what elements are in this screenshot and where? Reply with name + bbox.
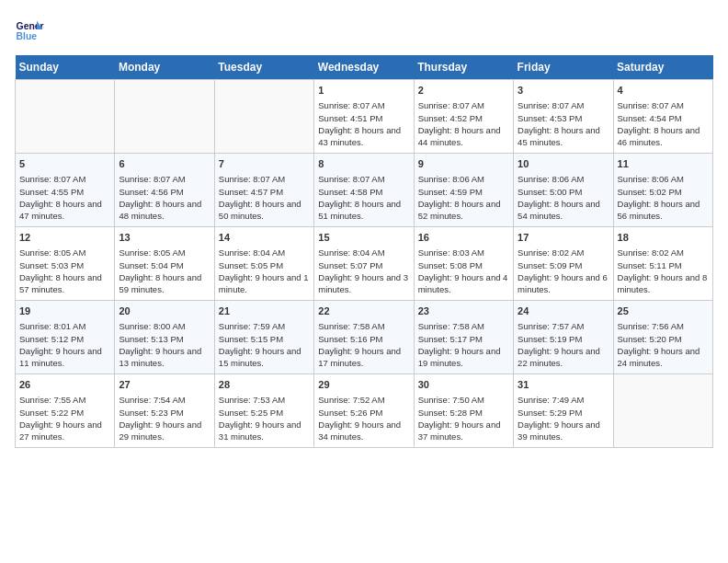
calendar-cell: 18Sunrise: 8:02 AMSunset: 5:11 PMDayligh… [613,227,712,301]
sunrise-text: Sunrise: 8:04 AM [219,247,285,258]
sunrise-text: Sunrise: 8:07 AM [618,100,684,110]
calendar-cell: 7Sunrise: 8:07 AMSunset: 4:57 PMDaylight… [214,154,313,227]
daylight-text: Daylight: 9 hours and 37 minutes. [418,419,501,442]
day-number: 11 [618,157,709,171]
calendar-cell [115,80,214,154]
calendar-week-2: 5Sunrise: 8:07 AMSunset: 4:55 PMDaylight… [16,154,713,227]
daylight-text: Daylight: 9 hours and 6 minutes. [518,272,608,294]
sunrise-text: Sunrise: 7:49 AM [518,395,584,405]
day-number: 7 [219,157,310,171]
sunset-text: Sunset: 5:00 PM [518,187,582,197]
day-number: 27 [119,378,210,392]
sunrise-text: Sunrise: 8:07 AM [219,174,285,184]
sunrise-text: Sunrise: 8:07 AM [418,100,484,110]
sunrise-text: Sunrise: 8:07 AM [119,174,185,184]
sunrise-text: Sunrise: 8:02 AM [518,247,584,258]
sunset-text: Sunset: 4:56 PM [119,187,183,197]
sunset-text: Sunset: 4:52 PM [418,113,483,123]
daylight-text: Daylight: 8 hours and 43 minutes. [318,125,401,147]
calendar-cell: 19Sunrise: 8:01 AMSunset: 5:12 PMDayligh… [16,301,115,374]
calendar-cell: 27Sunrise: 7:54 AMSunset: 5:23 PMDayligh… [115,374,214,448]
day-number: 23 [418,304,509,318]
sunset-text: Sunset: 5:13 PM [119,334,183,344]
sunset-text: Sunset: 5:08 PM [418,260,483,270]
sunrise-text: Sunrise: 8:05 AM [119,247,185,258]
daylight-text: Daylight: 8 hours and 46 minutes. [618,125,700,147]
daylight-text: Daylight: 8 hours and 51 minutes. [318,199,401,221]
calendar-cell: 30Sunrise: 7:50 AMSunset: 5:28 PMDayligh… [414,374,513,448]
sunset-text: Sunset: 5:16 PM [318,334,382,344]
daylight-text: Daylight: 8 hours and 50 minutes. [219,199,301,221]
calendar-cell: 28Sunrise: 7:53 AMSunset: 5:25 PMDayligh… [214,374,313,448]
day-number: 22 [318,304,409,318]
page-header: General Blue [15,15,713,44]
daylight-text: Daylight: 9 hours and 4 minutes. [418,272,508,294]
daylight-text: Daylight: 9 hours and 13 minutes. [119,346,201,368]
sunset-text: Sunset: 5:04 PM [119,260,183,270]
logo-icon: General Blue [15,15,44,44]
sunset-text: Sunset: 5:19 PM [518,334,582,344]
calendar-cell: 22Sunrise: 7:58 AMSunset: 5:16 PMDayligh… [314,301,414,374]
day-number: 9 [418,157,509,171]
calendar-cell [214,80,313,154]
calendar-week-4: 19Sunrise: 8:01 AMSunset: 5:12 PMDayligh… [16,301,713,374]
sunset-text: Sunset: 4:59 PM [418,187,483,197]
day-number: 3 [518,84,609,98]
calendar-cell: 21Sunrise: 7:59 AMSunset: 5:15 PMDayligh… [214,301,313,374]
calendar-cell: 26Sunrise: 7:55 AMSunset: 5:22 PMDayligh… [16,374,115,448]
day-number: 1 [318,84,409,98]
sunrise-text: Sunrise: 8:06 AM [418,174,484,184]
sunrise-text: Sunrise: 7:58 AM [318,321,384,331]
sunset-text: Sunset: 5:03 PM [19,260,84,270]
sunset-text: Sunset: 4:54 PM [618,113,682,123]
day-number: 13 [119,231,210,245]
sunset-text: Sunset: 5:02 PM [618,187,682,197]
daylight-text: Daylight: 8 hours and 45 minutes. [518,125,600,147]
sunset-text: Sunset: 5:25 PM [219,408,283,418]
day-number: 10 [518,157,609,171]
sunrise-text: Sunrise: 8:07 AM [318,174,384,184]
daylight-text: Daylight: 9 hours and 19 minutes. [418,346,501,368]
daylight-text: Daylight: 9 hours and 24 minutes. [618,346,700,368]
calendar-cell: 13Sunrise: 8:05 AMSunset: 5:04 PMDayligh… [115,227,214,301]
daylight-text: Daylight: 8 hours and 48 minutes. [119,199,201,221]
sunset-text: Sunset: 5:28 PM [418,408,483,418]
day-number: 4 [618,84,709,98]
sunrise-text: Sunrise: 7:52 AM [318,395,384,405]
daylight-text: Daylight: 8 hours and 54 minutes. [518,199,600,221]
sunset-text: Sunset: 5:05 PM [219,260,283,270]
calendar-cell: 29Sunrise: 7:52 AMSunset: 5:26 PMDayligh… [314,374,414,448]
daylight-text: Daylight: 9 hours and 29 minutes. [119,419,201,442]
calendar-table: SundayMondayTuesdayWednesdayThursdayFrid… [15,55,713,448]
col-header-tuesday: Tuesday [214,55,313,80]
col-header-monday: Monday [115,55,214,80]
svg-text:Blue: Blue [17,31,38,41]
day-number: 5 [19,157,110,171]
calendar-week-3: 12Sunrise: 8:05 AMSunset: 5:03 PMDayligh… [16,227,713,301]
sunrise-text: Sunrise: 8:06 AM [518,174,584,184]
day-number: 19 [19,304,110,318]
daylight-text: Daylight: 9 hours and 39 minutes. [518,419,600,442]
daylight-text: Daylight: 9 hours and 3 minutes. [318,272,408,294]
calendar-cell: 14Sunrise: 8:04 AMSunset: 5:05 PMDayligh… [214,227,313,301]
col-header-thursday: Thursday [414,55,513,80]
sunrise-text: Sunrise: 7:57 AM [518,321,584,331]
sunset-text: Sunset: 5:17 PM [418,334,483,344]
calendar-cell: 16Sunrise: 8:03 AMSunset: 5:08 PMDayligh… [414,227,513,301]
sunrise-text: Sunrise: 8:03 AM [418,247,484,258]
calendar-cell: 10Sunrise: 8:06 AMSunset: 5:00 PMDayligh… [514,154,613,227]
day-number: 26 [19,378,110,392]
daylight-text: Daylight: 9 hours and 22 minutes. [518,346,600,368]
calendar-cell: 12Sunrise: 8:05 AMSunset: 5:03 PMDayligh… [16,227,115,301]
calendar-cell: 23Sunrise: 7:58 AMSunset: 5:17 PMDayligh… [414,301,513,374]
col-header-friday: Friday [514,55,613,80]
daylight-text: Daylight: 9 hours and 27 minutes. [19,419,102,442]
calendar-header-row: SundayMondayTuesdayWednesdayThursdayFrid… [16,55,713,80]
day-number: 24 [518,304,609,318]
sunset-text: Sunset: 5:29 PM [518,408,582,418]
sunset-text: Sunset: 5:20 PM [618,334,682,344]
daylight-text: Daylight: 8 hours and 52 minutes. [418,199,501,221]
sunrise-text: Sunrise: 7:58 AM [418,321,484,331]
daylight-text: Daylight: 8 hours and 47 minutes. [19,199,102,221]
calendar-cell: 2Sunrise: 8:07 AMSunset: 4:52 PMDaylight… [414,80,513,154]
